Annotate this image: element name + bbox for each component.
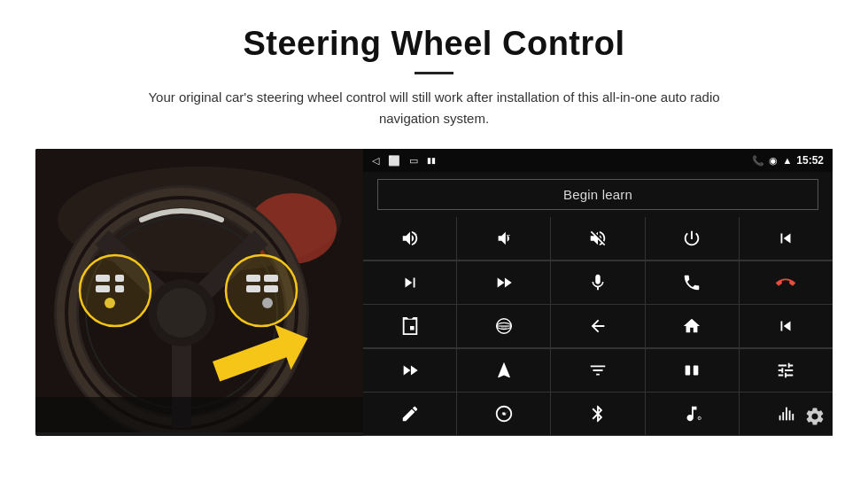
svg-rect-38	[786, 408, 787, 421]
svg-point-23	[262, 298, 273, 308]
edit-button[interactable]	[363, 393, 456, 435]
home-button[interactable]	[646, 305, 739, 347]
vol-up-button[interactable]: +	[363, 217, 456, 260]
svg-rect-17	[115, 285, 124, 292]
svg-rect-20	[264, 275, 278, 282]
svg-rect-22	[264, 285, 278, 292]
signal-icon: ▮▮	[427, 156, 436, 165]
fast-fwd2-button[interactable]	[363, 349, 456, 392]
mic-button[interactable]	[551, 261, 644, 304]
page: Steering Wheel Control Your original car…	[0, 0, 868, 482]
svg-rect-37	[783, 413, 785, 421]
page-title: Steering Wheel Control	[243, 25, 624, 63]
svg-point-18	[105, 298, 115, 308]
prev-track-button[interactable]	[740, 217, 833, 260]
360-button[interactable]: 360°	[457, 305, 550, 347]
status-nav-icons: ◁ ⬜ ▭ ▮▮	[372, 155, 436, 167]
begin-learn-row: Begin learn	[363, 172, 833, 217]
record-button[interactable]	[646, 349, 739, 392]
mute-button[interactable]	[551, 217, 644, 260]
svg-text:+: +	[413, 230, 416, 238]
begin-learn-button[interactable]: Begin learn	[377, 179, 818, 210]
recent-nav-icon[interactable]: ▭	[409, 155, 418, 167]
settings-gear-button[interactable]	[804, 406, 825, 431]
svg-rect-16	[115, 275, 124, 282]
title-divider	[415, 72, 453, 74]
status-bar: ◁ ⬜ ▭ ▮▮ 📞 ◉ ▲ 15:52	[363, 149, 833, 172]
navigate-button[interactable]	[457, 349, 550, 392]
svg-rect-19	[246, 275, 260, 282]
svg-text:360°: 360°	[500, 325, 508, 330]
bluetooth-button[interactable]	[551, 393, 644, 435]
svg-rect-15	[96, 285, 110, 292]
sliders-button[interactable]	[740, 349, 833, 392]
back-arrow-button[interactable]	[551, 305, 644, 347]
music-button[interactable]: ⚙	[646, 393, 739, 435]
content-row: ◁ ⬜ ▭ ▮▮ 📞 ◉ ▲ 15:52 Begin learn	[35, 149, 833, 436]
status-right-icons: 📞 ◉ ▲ 15:52	[752, 154, 824, 167]
svg-point-13	[226, 255, 297, 326]
compass-button[interactable]	[457, 393, 550, 435]
time-display: 15:52	[796, 154, 824, 167]
svg-rect-14	[96, 275, 110, 282]
ff-button[interactable]	[457, 261, 550, 304]
location-status-icon: ◉	[769, 155, 778, 167]
page-subtitle: Your original car's steering wheel contr…	[133, 87, 735, 129]
svg-rect-36	[779, 416, 781, 421]
svg-rect-33	[694, 365, 699, 375]
wifi-status-icon: ▲	[782, 155, 792, 166]
svg-rect-21	[246, 285, 260, 292]
svg-rect-25	[35, 397, 363, 432]
phone-button[interactable]	[646, 261, 739, 304]
svg-rect-39	[789, 411, 791, 421]
steering-wheel-svg	[35, 149, 363, 432]
svg-text:−: −	[507, 231, 511, 239]
svg-rect-32	[686, 365, 691, 375]
prev-chapter-button[interactable]	[740, 305, 833, 347]
power-button[interactable]	[646, 217, 739, 260]
gear-icon	[804, 406, 825, 427]
steering-wheel-photo	[35, 149, 363, 436]
equalizer-button[interactable]	[551, 349, 644, 392]
next-button[interactable]	[363, 261, 456, 304]
svg-point-11	[157, 288, 206, 338]
svg-text:⚙: ⚙	[697, 416, 701, 422]
phone-status-icon: 📞	[752, 155, 764, 167]
back-nav-icon[interactable]: ◁	[372, 155, 379, 167]
camera-button[interactable]	[363, 305, 456, 347]
android-panel: ◁ ⬜ ▭ ▮▮ 📞 ◉ ▲ 15:52 Begin learn	[363, 149, 833, 436]
home-nav-icon[interactable]: ⬜	[388, 155, 400, 167]
controls-grid: + −	[363, 217, 833, 436]
svg-rect-40	[793, 414, 794, 420]
vol-down-button[interactable]: −	[457, 217, 550, 260]
end-call-button[interactable]	[740, 261, 833, 304]
